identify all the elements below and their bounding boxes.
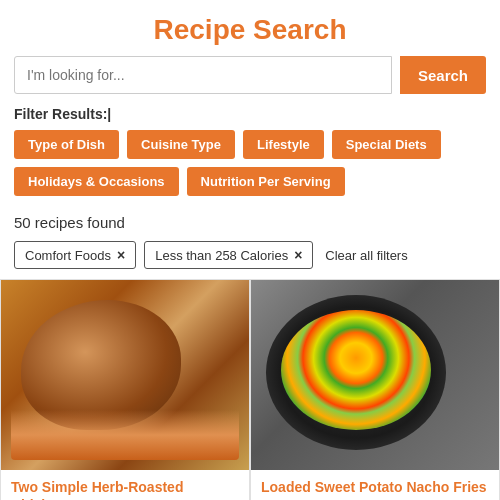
page-title: Recipe Search	[0, 0, 500, 56]
active-filter-calories-label: Less than 258 Calories	[155, 248, 288, 263]
recipe-card-herb-chickens[interactable]: Two Simple Herb-Roasted Chickens	[0, 279, 250, 500]
active-filter-comfort-foods-label: Comfort Foods	[25, 248, 111, 263]
recipe-image-nacho-fries	[251, 280, 499, 470]
remove-comfort-foods-icon[interactable]: ×	[117, 247, 125, 263]
active-filter-calories[interactable]: Less than 258 Calories ×	[144, 241, 313, 269]
filter-cuisine-type[interactable]: Cuisine Type	[127, 130, 235, 159]
filter-holidays-occasions[interactable]: Holidays & Occasions	[14, 167, 179, 196]
recipe-card-nacho-fries[interactable]: Loaded Sweet Potato Nacho Fries	[250, 279, 500, 500]
filter-results-label: Filter Results:|	[0, 102, 500, 130]
recipe-image-herb-chickens	[1, 280, 249, 470]
filter-buttons-row: Type of Dish Cuisine Type Lifestyle Spec…	[0, 130, 500, 204]
active-filters-row: Comfort Foods × Less than 258 Calories ×…	[0, 237, 500, 279]
filter-type-of-dish[interactable]: Type of Dish	[14, 130, 119, 159]
filter-lifestyle[interactable]: Lifestyle	[243, 130, 324, 159]
active-filter-comfort-foods[interactable]: Comfort Foods ×	[14, 241, 136, 269]
filter-special-diets[interactable]: Special Diets	[332, 130, 441, 159]
recipe-title-herb-chickens: Two Simple Herb-Roasted Chickens	[1, 470, 249, 500]
recipe-title-nacho-fries: Loaded Sweet Potato Nacho Fries	[251, 470, 499, 500]
filter-nutrition-per-serving[interactable]: Nutrition Per Serving	[187, 167, 345, 196]
search-bar-row: Search	[0, 56, 500, 102]
remove-calories-icon[interactable]: ×	[294, 247, 302, 263]
search-input[interactable]	[14, 56, 392, 94]
search-button[interactable]: Search	[400, 56, 486, 94]
recipe-grid: Two Simple Herb-Roasted Chickens Loaded …	[0, 279, 500, 500]
results-count: 50 recipes found	[0, 204, 500, 237]
clear-all-filters-link[interactable]: Clear all filters	[325, 248, 407, 263]
